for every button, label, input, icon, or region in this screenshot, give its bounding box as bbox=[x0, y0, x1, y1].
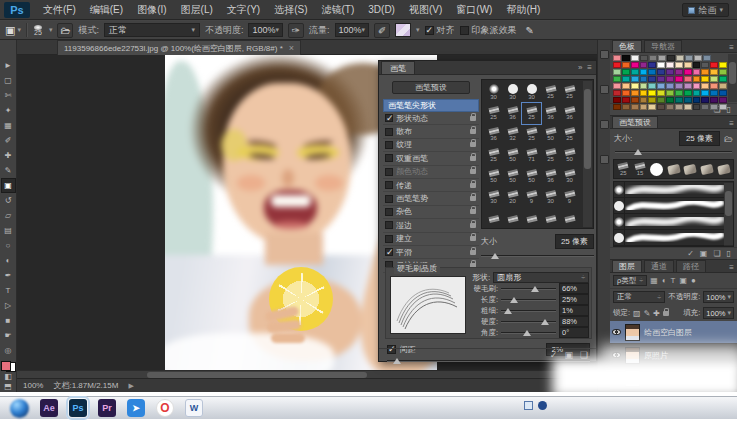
menu-item-3D[interactable]: 3D(D) bbox=[361, 0, 402, 20]
color-swatch[interactable] bbox=[622, 97, 630, 103]
slider-长度[interactable] bbox=[501, 296, 556, 304]
move-tool[interactable]: ► bbox=[1, 58, 16, 73]
foreground-color-swatch[interactable] bbox=[1, 361, 11, 371]
chevron-down-icon[interactable]: ▾ bbox=[49, 26, 53, 34]
brush-panel-tab[interactable]: 画笔 bbox=[381, 61, 415, 74]
color-swatch[interactable] bbox=[675, 104, 683, 110]
color-swatch[interactable] bbox=[613, 97, 621, 103]
slider-value-field[interactable]: 25% bbox=[559, 294, 589, 305]
checkbox-icon[interactable] bbox=[385, 248, 393, 256]
brush-tip[interactable]: 30 bbox=[560, 166, 579, 187]
checkbox-icon[interactable] bbox=[385, 128, 393, 136]
brush-tip[interactable]: 50 bbox=[560, 145, 579, 166]
color-swatch[interactable] bbox=[657, 76, 665, 82]
color-swatch[interactable] bbox=[648, 76, 656, 82]
collapsed-panel-icon[interactable] bbox=[600, 85, 609, 94]
layer-row[interactable]: 绘画空白图层 bbox=[610, 321, 737, 344]
color-swatch[interactable] bbox=[657, 62, 665, 68]
color-swatch[interactable] bbox=[676, 55, 684, 61]
color-swatch[interactable] bbox=[657, 69, 665, 75]
color-swatch[interactable] bbox=[666, 97, 674, 103]
brush-presets-button[interactable]: 画笔预设 bbox=[392, 81, 470, 94]
stroke-preview-icon[interactable]: ✓ bbox=[687, 249, 694, 258]
brush-option-散布[interactable]: 散布 bbox=[383, 125, 479, 138]
color-swatch[interactable] bbox=[701, 76, 709, 82]
color-swatch[interactable] bbox=[622, 104, 630, 110]
checkbox-icon[interactable] bbox=[385, 235, 393, 243]
color-swatch[interactable] bbox=[701, 104, 709, 110]
blend-mode-select[interactable]: 正常 ▾ bbox=[104, 23, 200, 37]
slider-thumb[interactable] bbox=[504, 308, 512, 314]
vertical-scrollbar[interactable] bbox=[724, 183, 733, 245]
color-swatch[interactable] bbox=[648, 97, 656, 103]
flow-field[interactable]: 100% ▾ bbox=[335, 23, 370, 37]
color-swatch[interactable] bbox=[657, 97, 665, 103]
color-swatch[interactable] bbox=[622, 76, 630, 82]
brush-tip[interactable]: 25 bbox=[541, 82, 560, 103]
color-swatch[interactable] bbox=[622, 90, 630, 96]
menu-item-编辑[interactable]: 编辑(E) bbox=[83, 0, 130, 20]
slider-thumb[interactable] bbox=[634, 149, 642, 155]
brush-tip[interactable] bbox=[541, 208, 560, 229]
brush-folder-icon[interactable]: 🗁 bbox=[724, 134, 733, 144]
collapsed-panel-icon[interactable] bbox=[600, 155, 609, 164]
color-swatch[interactable] bbox=[693, 104, 701, 110]
color-swatch[interactable] bbox=[719, 97, 727, 103]
brush-option-湿边[interactable]: 湿边 bbox=[383, 219, 479, 232]
slider-硬毛刷[interactable] bbox=[501, 285, 556, 293]
hand-tool[interactable]: ☛ bbox=[1, 328, 16, 343]
brush-tip[interactable]: 25 bbox=[560, 124, 579, 145]
color-swatch[interactable] bbox=[640, 90, 648, 96]
status-menu-arrow-icon[interactable]: ▶ bbox=[128, 382, 133, 390]
color-swatch[interactable] bbox=[719, 62, 727, 68]
close-icon[interactable]: × bbox=[289, 43, 294, 53]
panel-menu-icon[interactable]: ≡ bbox=[729, 43, 734, 52]
brush-panel-titlebar[interactable]: 画笔 » ≡ bbox=[379, 61, 596, 75]
brush-tip[interactable]: 36 bbox=[541, 103, 560, 124]
aligned-checkbox[interactable]: 对齐 bbox=[425, 24, 455, 37]
filter-icon[interactable]: T bbox=[671, 276, 676, 285]
brush-preset-tip[interactable] bbox=[666, 165, 681, 174]
color-swatch[interactable] bbox=[613, 62, 621, 68]
layer-blend-mode-select[interactable]: 正常 ÷ bbox=[613, 291, 665, 303]
shape-tool[interactable]: ■ bbox=[1, 313, 16, 328]
color-swatch[interactable] bbox=[710, 104, 718, 110]
lasso-tool[interactable]: ✄ bbox=[1, 88, 16, 103]
checkbox-icon[interactable] bbox=[385, 208, 393, 216]
brush-tip[interactable]: 30 bbox=[484, 187, 503, 208]
menu-item-窗口[interactable]: 窗口(W) bbox=[449, 0, 499, 20]
brush-tip[interactable]: 25 bbox=[560, 82, 579, 103]
tab-通道[interactable]: 通道 bbox=[644, 260, 674, 272]
brush-tip[interactable]: 50 bbox=[503, 145, 522, 166]
horizontal-scrollbar[interactable] bbox=[17, 370, 597, 378]
color-swatch[interactable] bbox=[622, 62, 630, 68]
color-swatch[interactable] bbox=[675, 90, 683, 96]
color-swatch[interactable] bbox=[719, 90, 727, 96]
brush-option-杂色[interactable]: 杂色 bbox=[383, 206, 479, 219]
scrollbar-thumb[interactable] bbox=[584, 89, 591, 169]
brush-tip[interactable] bbox=[522, 208, 541, 229]
checkbox-icon[interactable] bbox=[385, 114, 393, 122]
lock-all-icon[interactable] bbox=[663, 311, 669, 316]
dodge-tool[interactable]: ◐ bbox=[1, 253, 16, 268]
color-swatch[interactable] bbox=[703, 55, 711, 61]
color-swatch[interactable] bbox=[666, 69, 674, 75]
color-swatch[interactable] bbox=[631, 104, 639, 110]
color-swatch[interactable] bbox=[693, 83, 701, 89]
trash-icon[interactable]: ▯ bbox=[727, 249, 731, 258]
brush-option-传递[interactable]: 传递 bbox=[383, 179, 479, 192]
color-swatch[interactable] bbox=[631, 62, 639, 68]
color-swatch[interactable] bbox=[622, 69, 630, 75]
size-value-field[interactable]: 25 像素 bbox=[555, 234, 594, 249]
color-swatch[interactable] bbox=[719, 104, 727, 110]
chevron-down-icon[interactable]: ▾ bbox=[416, 26, 420, 34]
color-swatch[interactable] bbox=[710, 90, 718, 96]
brush-tip[interactable] bbox=[503, 208, 522, 229]
word-icon[interactable]: W bbox=[185, 399, 203, 417]
panel-menu-icon[interactable]: ≡ bbox=[729, 263, 734, 272]
brush-option-颜色动态[interactable]: 颜色动态 bbox=[383, 166, 479, 179]
filter-icon[interactable]: ▦ bbox=[650, 276, 658, 285]
color-swatch[interactable] bbox=[675, 69, 683, 75]
color-swatch[interactable] bbox=[622, 83, 630, 89]
brush-tip-grid[interactable]: 3030302525253625363636322550252550712550… bbox=[481, 79, 594, 229]
